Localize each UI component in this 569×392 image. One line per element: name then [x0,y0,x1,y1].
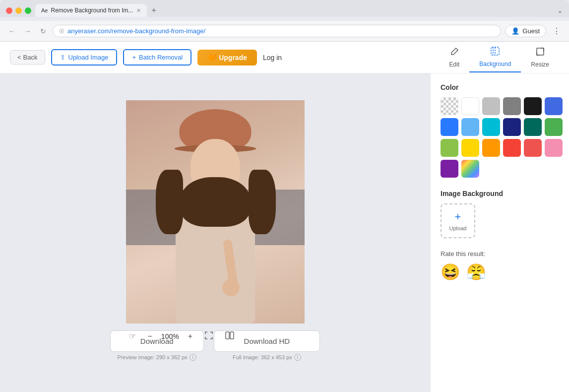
color-light-gray[interactable] [482,97,500,115]
app-header: < Back ⇧ Upload Image + Batch Removal 🧡 … [0,42,569,73]
rate-section: Rate this result: 😆 😤 [441,250,559,281]
upgrade-button[interactable]: 🧡 Upgrade [197,50,257,65]
tool-edit[interactable]: Edit [440,42,470,72]
tool-resize-label: Resize [531,61,549,68]
color-rainbow[interactable] [461,160,479,178]
full-info-icon[interactable]: i [294,354,301,361]
color-transparent[interactable] [441,97,458,115]
reload-nav-button[interactable]: ↻ [38,26,49,36]
fullscreen-button[interactable] [201,329,216,343]
split-view-button[interactable] [222,329,237,343]
tool-resize[interactable]: Resize [521,42,559,72]
color-salmon[interactable] [524,139,542,157]
hair-shape [181,177,250,227]
zoom-out-button[interactable]: − [145,330,155,342]
color-purple[interactable] [441,160,458,178]
upload-image-button[interactable]: ⇧ Upload Image [51,49,118,65]
color-label: Color [441,83,559,91]
color-royal-blue[interactable] [545,97,563,115]
upload-icon: ⇧ [60,54,65,61]
address-bar[interactable]: ⦿ anyeraser.com/remove-background-from-i… [53,25,501,37]
svg-rect-3 [537,48,544,55]
color-dark-teal[interactable] [524,118,542,136]
image-bg-upload[interactable]: + Upload [441,203,475,238]
batch-removal-button[interactable]: + Batch Removal [123,49,191,65]
back-button[interactable]: < Back [10,50,45,65]
resize-icon [535,47,545,59]
hair-right [249,170,276,234]
browser-toolbar: ← → ↻ ⦿ anyeraser.com/remove-background-… [0,21,569,42]
color-orange[interactable] [482,139,500,157]
image-background-section: Image Background + Upload [441,190,559,238]
color-section: Color [441,83,559,178]
tab-title: Remove Background from Im... [51,7,133,14]
back-nav-button[interactable]: ← [6,26,18,36]
guest-icon: 👤 [511,27,519,35]
upgrade-heart-icon: 🧡 [207,54,216,62]
login-button[interactable]: Log in [263,54,282,62]
color-blue[interactable] [441,118,458,136]
browser-tab[interactable]: Ae Remove Background from Im... ✕ [35,4,147,17]
tool-background-label: Background [479,61,511,67]
browser-chrome: Ae Remove Background from Im... ✕ + ⌄ [0,0,569,17]
color-gray[interactable] [503,97,521,115]
download-full-info: Full image: 362 x 453 px i [233,354,301,361]
back-label: Back [23,54,38,61]
color-black[interactable] [524,97,542,115]
image-display [126,100,305,324]
rate-angry-emoji[interactable]: 😤 [466,262,486,281]
guest-label: Guest [522,27,540,35]
color-red[interactable] [503,139,521,157]
preview-info-text: Preview image: 290 x 362 px [118,354,188,360]
zoom-level: 100% [161,332,179,340]
tab-close-icon[interactable]: ✕ [136,7,141,14]
preview-info-icon[interactable]: i [190,354,196,361]
app-body: ☞ − 100% + Download Preview [0,73,569,392]
right-panel: Color [430,73,569,392]
tool-edit-label: Edit [449,61,460,68]
address-security-icon: ⦿ [59,28,64,34]
hair-left [156,170,183,234]
color-yellow-green[interactable] [441,139,458,157]
tab-menu-icon[interactable]: ⌄ [557,6,563,14]
header-tools: Edit Background [440,42,559,72]
hand-tool-button[interactable]: ☞ [126,330,139,342]
tab-bar: Ae Remove Background from Im... ✕ + ⌄ [35,4,563,17]
edit-icon [449,47,459,59]
upgrade-label: Upgrade [219,54,247,62]
new-tab-button[interactable]: + [152,6,156,15]
svg-rect-5 [230,332,234,339]
minimize-traffic-light[interactable] [15,7,22,14]
background-icon [490,46,500,59]
zoom-toolbar: ☞ − 100% + [126,329,305,343]
batch-plus-icon: + [132,54,136,61]
upload-plus-icon: + [455,210,461,223]
color-green[interactable] [545,118,563,136]
traffic-lights [6,7,31,14]
zoom-in-button[interactable]: + [185,330,195,342]
address-text: anyeraser.com/remove-background-from-ima… [67,27,495,35]
upload-text: Upload [449,225,467,231]
browser-menu-icon[interactable]: ⋮ [550,25,563,37]
batch-label: Batch Removal [139,54,183,61]
app-container: < Back ⇧ Upload Image + Batch Removal 🧡 … [0,42,569,392]
download-preview-info: Preview image: 290 x 362 px i [118,354,196,361]
image-canvas: ☞ − 100% + [126,100,305,324]
forward-nav-button[interactable]: → [22,26,34,36]
color-yellow[interactable] [461,139,479,157]
color-dark-blue[interactable] [503,118,521,136]
color-pink[interactable] [545,139,563,157]
color-sky-blue[interactable] [461,118,479,136]
guest-button[interactable]: 👤 Guest [505,25,546,37]
close-traffic-light[interactable] [6,7,12,14]
rate-label: Rate this result: [441,250,559,258]
tool-background[interactable]: Background [469,42,521,72]
color-teal[interactable] [482,118,500,136]
color-white[interactable] [461,97,479,115]
svg-rect-4 [226,332,229,339]
browser-titlebar: Ae Remove Background from Im... ✕ + ⌄ [6,4,563,17]
full-info-text: Full image: 362 x 453 px [233,354,292,360]
image-bg-label: Image Background [441,190,559,197]
rate-happy-emoji[interactable]: 😆 [441,262,460,281]
maximize-traffic-light[interactable] [25,7,31,14]
